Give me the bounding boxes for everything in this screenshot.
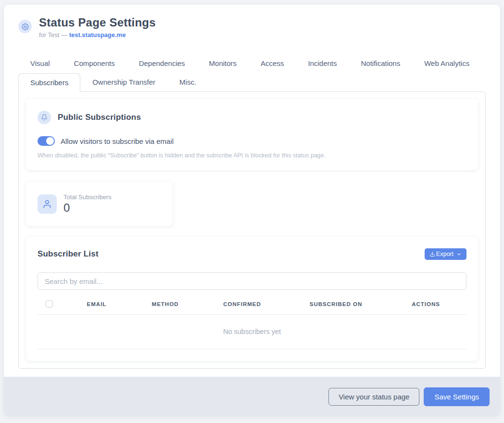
bell-icon (38, 111, 51, 124)
total-subscribers-card: Total Subscribers 0 (26, 181, 173, 226)
status-page-settings-card: Status Page Settings for Test — test.sta… (4, 5, 500, 416)
view-status-page-button[interactable]: View your status page (328, 388, 419, 406)
tab-row-2: Subscribers Ownership Transfer Misc. (18, 73, 486, 91)
subscribers-tab-panel: Public Subscriptions Allow visitors to s… (18, 91, 486, 369)
download-icon (429, 251, 435, 257)
tab-visual[interactable]: Visual (18, 54, 62, 73)
tab-row-1: Visual Components Dependencies Monitors … (18, 54, 486, 73)
tab-subscribers[interactable]: Subscribers (18, 73, 80, 92)
column-header-actions: ACTIONS (385, 301, 466, 307)
save-settings-button[interactable]: Save Settings (424, 387, 490, 406)
tab-misc[interactable]: Misc. (167, 73, 208, 91)
subscriber-list-title: Subscriber List (38, 249, 99, 259)
subscribe-helper-text: When disabled, the public “Subscribe” bu… (38, 152, 466, 159)
tab-ownership-transfer[interactable]: Ownership Transfer (80, 73, 167, 91)
chevron-down-icon (456, 252, 462, 257)
empty-state-message: No subscribers yet (38, 315, 466, 349)
public-subscriptions-header: Public Subscriptions (38, 111, 466, 124)
column-header-email: EMAIL (61, 301, 133, 307)
page-subtitle: for Test — test.statuspage.me (39, 31, 156, 38)
header-text: Status Page Settings for Test — test.sta… (39, 15, 156, 38)
user-icon (38, 194, 57, 214)
column-header-method: METHOD (133, 301, 198, 307)
search-input[interactable] (38, 272, 466, 290)
status-page-link[interactable]: test.statuspage.me (69, 31, 126, 38)
subscriber-table-header: EMAIL METHOD CONFIRMED SUBSCRIBED ON ACT… (38, 300, 466, 315)
select-all-checkbox[interactable] (46, 300, 53, 308)
total-subscribers-label: Total Subscribers (63, 193, 112, 201)
export-button-label: Export (436, 251, 454, 257)
page-title: Status Page Settings (39, 15, 156, 30)
gear-icon (18, 20, 32, 33)
tab-dependencies[interactable]: Dependencies (127, 54, 197, 73)
settings-tabs: Visual Components Dependencies Monitors … (18, 54, 486, 91)
subscriber-list-header: Subscriber List Export (38, 248, 466, 260)
subtitle-prefix: for Test — (39, 31, 69, 38)
tab-incidents[interactable]: Incidents (296, 54, 349, 73)
total-subscribers-value: 0 (63, 202, 112, 214)
tab-access[interactable]: Access (249, 54, 296, 73)
subscriber-list-card: Subscriber List Export EMAIL METHOD CONF… (26, 237, 478, 361)
page-header: Status Page Settings for Test — test.sta… (4, 5, 500, 38)
export-button[interactable]: Export (425, 248, 466, 260)
allow-subscribe-toggle[interactable] (38, 136, 55, 146)
tab-notifications[interactable]: Notifications (349, 54, 413, 73)
tab-components[interactable]: Components (62, 54, 127, 73)
tab-web-analytics[interactable]: Web Analytics (412, 54, 481, 73)
footer-action-bar: View your status page Save Settings (4, 377, 500, 416)
public-subscriptions-title: Public Subscriptions (58, 113, 141, 122)
allow-subscribe-label: Allow visitors to subscribe via email (61, 137, 174, 145)
column-header-subscribed-on: SUBSCRIBED ON (287, 301, 385, 307)
tab-monitors[interactable]: Monitors (197, 54, 249, 73)
public-subscriptions-card: Public Subscriptions Allow visitors to s… (26, 99, 478, 170)
subscribe-toggle-row: Allow visitors to subscribe via email (38, 136, 466, 146)
total-subscribers-text: Total Subscribers 0 (63, 193, 112, 214)
column-header-confirmed: CONFIRMED (198, 301, 287, 307)
